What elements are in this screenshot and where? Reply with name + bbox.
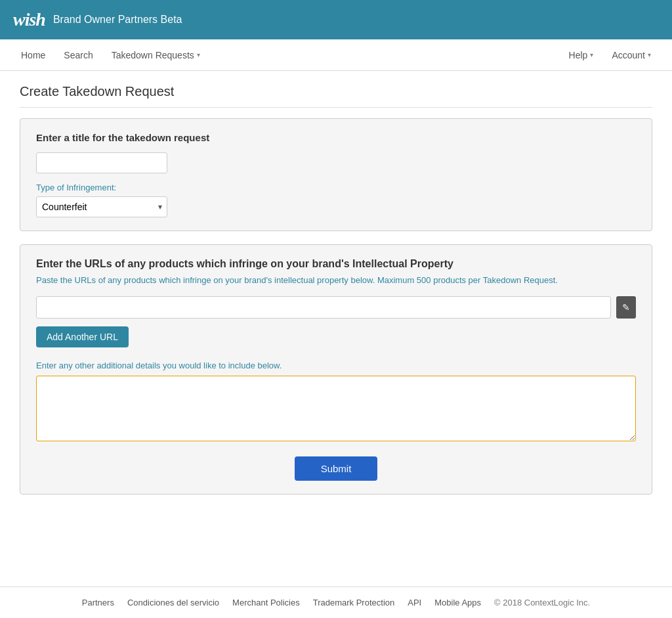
footer-mobile-apps[interactable]: Mobile Apps — [434, 598, 481, 607]
takedown-chevron-icon: ▾ — [197, 51, 200, 58]
navbar: Home Search Takedown Requests ▾ Help ▾ A… — [0, 39, 672, 71]
title-section-heading: Enter a title for the takedown request — [36, 132, 636, 143]
url-section-card: Enter the URLs of any products which inf… — [20, 244, 652, 495]
infringement-label: Type of Infringement: — [36, 183, 636, 192]
url-input[interactable] — [36, 296, 611, 319]
title-section-card: Enter a title for the takedown request T… — [20, 118, 652, 231]
header-title: Brand Owner Partners Beta — [53, 14, 182, 26]
nav-account[interactable]: Account ▾ — [604, 39, 659, 71]
footer: Partners Condiciones del servicio Mercha… — [0, 586, 672, 618]
url-input-row: ✎ — [36, 296, 636, 319]
footer-partners[interactable]: Partners — [82, 598, 114, 607]
pencil-icon: ✎ — [622, 302, 630, 313]
nav-account-label: Account — [612, 50, 645, 60]
infringement-select-wrapper: Counterfeit Trademark Copyright Patent ▾ — [36, 196, 167, 217]
additional-details-textarea[interactable] — [36, 376, 636, 441]
nav-search[interactable]: Search — [56, 39, 100, 71]
wish-logo: wish — [13, 9, 45, 30]
url-desc-end: below. Maximum 500 products per Takedown… — [348, 275, 558, 285]
footer-trademark[interactable]: Trademark Protection — [313, 598, 395, 607]
url-section-heading: Enter the URLs of any products which inf… — [36, 258, 636, 270]
header-brand: wish Brand Owner Partners Beta — [13, 9, 182, 30]
additional-details-label: Enter any other additional details you w… — [36, 361, 636, 370]
help-chevron-icon: ▾ — [590, 51, 593, 58]
edit-url-button[interactable]: ✎ — [616, 296, 636, 319]
takedown-title-input[interactable] — [36, 152, 167, 173]
url-desc-start: Paste the URLs of any products which — [36, 275, 183, 285]
infringement-select[interactable]: Counterfeit Trademark Copyright Patent — [36, 196, 167, 217]
url-desc-highlight: infringe on your brand's intellectual pr… — [183, 275, 348, 285]
nav-takedown-requests[interactable]: Takedown Requests ▾ — [104, 39, 208, 71]
nav-right: Help ▾ Account ▾ — [561, 39, 659, 71]
nav-takedown-label: Takedown Requests — [112, 50, 194, 60]
footer-merchant-policies[interactable]: Merchant Policies — [232, 598, 300, 607]
footer-condiciones[interactable]: Condiciones del servicio — [127, 598, 219, 607]
url-description: Paste the URLs of any products which inf… — [36, 274, 636, 287]
nav-help-label: Help — [569, 50, 588, 60]
account-chevron-icon: ▾ — [648, 51, 651, 58]
nav-help[interactable]: Help ▾ — [561, 39, 602, 71]
page-title: Create Takedown Request — [20, 84, 652, 108]
nav-left: Home Search Takedown Requests ▾ — [13, 39, 561, 71]
submit-row: Submit — [36, 456, 636, 481]
app-header: wish Brand Owner Partners Beta — [0, 0, 672, 39]
nav-home[interactable]: Home — [13, 39, 53, 71]
additional-details-section: Enter any other additional details you w… — [36, 361, 636, 443]
footer-copyright: © 2018 ContextLogic Inc. — [494, 598, 590, 607]
footer-api[interactable]: API — [408, 598, 421, 607]
add-url-button[interactable]: Add Another URL — [36, 326, 129, 347]
main-content: Create Takedown Request Enter a title fo… — [0, 71, 672, 586]
submit-button[interactable]: Submit — [295, 456, 378, 481]
